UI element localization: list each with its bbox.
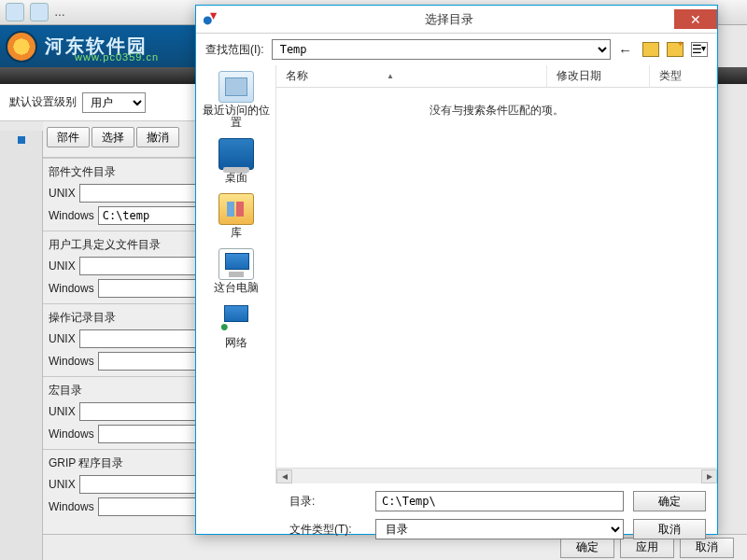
section-macro-dir: 宏目录 UNIX Windows (43, 376, 196, 449)
close-button[interactable]: ✕ (674, 9, 717, 29)
select-directory-dialog: 选择目录 ✕ 查找范围(I): Temp ← ☰ 最近访问的位置 桌面 库 这台… (195, 5, 718, 535)
tab-undo[interactable]: 撤消 (136, 127, 179, 147)
scroll-right-icon[interactable]: ▸ (701, 469, 717, 483)
section-op-record-dir: 操作记录目录 UNIX Windows (43, 303, 196, 376)
section-title: 用户工具定义文件目录 (49, 237, 190, 253)
unix-label: UNIX (49, 405, 76, 418)
windows-label: Windows (49, 500, 94, 513)
place-label: 桌面 (200, 172, 273, 184)
dialog-title: 选择目录 (224, 11, 674, 28)
svg-point-0 (204, 16, 212, 24)
column-name[interactable]: 名称 (276, 65, 547, 87)
ok-button[interactable]: 确定 (633, 491, 706, 511)
settings-panel: 部件 选择 撤消 部件文件目录 UNIX Windows 用户工具定义文件目录 … (43, 121, 196, 560)
desktop-icon (218, 138, 254, 170)
section-title: 操作记录目录 (49, 310, 190, 326)
directory-label: 目录: (289, 494, 366, 510)
place-label: 最近访问的位置 (200, 105, 273, 129)
toolbar-icon (6, 3, 24, 21)
unix-label: UNIX (49, 478, 76, 491)
cancel-button[interactable]: 取消 (633, 519, 706, 539)
windows-label: Windows (49, 427, 94, 441)
place-network[interactable]: 网络 (200, 301, 273, 351)
column-type[interactable]: 类型 (650, 65, 717, 87)
toolbar-icon (30, 3, 49, 21)
column-headers: 名称 修改日期 类型 (276, 65, 717, 88)
file-type-select[interactable]: 目录 (375, 519, 624, 539)
site-url: www.pc0359.cn (75, 51, 159, 63)
column-modified[interactable]: 修改日期 (547, 65, 650, 87)
section-title: 宏目录 (49, 383, 190, 399)
file-list-pane[interactable]: 名称 修改日期 类型 没有与搜索条件匹配的项。 ◂ ▸ (275, 65, 717, 483)
windows-label: Windows (49, 209, 94, 222)
place-recent[interactable]: 最近访问的位置 (200, 69, 273, 131)
dialog-titlebar[interactable]: 选择目录 ✕ (196, 6, 717, 34)
up-one-level-icon[interactable] (642, 42, 659, 57)
scroll-left-icon[interactable]: ◂ (276, 469, 292, 483)
network-icon (218, 303, 254, 335)
this-pc-icon (218, 248, 254, 280)
site-watermark: 河东软件园 www.pc0359.cn (0, 25, 196, 67)
section-title: GRIP 程序目录 (49, 455, 190, 471)
view-menu-icon[interactable]: ☰ (691, 42, 708, 57)
libraries-icon (218, 193, 254, 225)
site-logo-icon (6, 31, 37, 63)
place-this-pc[interactable]: 这台电脑 (200, 246, 273, 296)
place-label: 库 (200, 227, 273, 239)
empty-message: 没有与搜索条件匹配的项。 (276, 103, 717, 119)
directory-input[interactable] (375, 491, 624, 511)
section-title: 部件文件目录 (49, 164, 190, 180)
unix-label: UNIX (49, 187, 76, 200)
place-label: 网络 (200, 337, 273, 349)
section-part-file-dir: 部件文件目录 UNIX Windows (43, 158, 196, 231)
toolbar-text: … (54, 6, 65, 19)
level-label: 默认设置级别 (9, 94, 77, 110)
place-label: 这台电脑 (200, 282, 273, 294)
unix-label: UNIX (49, 259, 76, 273)
nav-dot-icon[interactable] (18, 136, 25, 144)
vertical-nav (0, 131, 43, 560)
look-in-label: 查找范围(I): (205, 42, 264, 58)
place-desktop[interactable]: 桌面 (200, 136, 273, 186)
places-bar: 最近访问的位置 桌面 库 这台电脑 网络 (196, 65, 275, 483)
new-folder-icon[interactable] (667, 42, 684, 57)
dialog-footer: 目录: 确定 文件类型(T): 目录 取消 (196, 483, 717, 551)
file-type-label: 文件类型(T): (289, 522, 366, 538)
windows-label: Windows (49, 355, 94, 368)
tab-parts[interactable]: 部件 (47, 127, 90, 147)
place-libraries[interactable]: 库 (200, 191, 273, 241)
unix-label: UNIX (49, 332, 76, 345)
section-user-tool-dir: 用户工具定义文件目录 UNIX Windows (43, 231, 196, 303)
back-icon[interactable]: ← (618, 42, 635, 57)
tab-select[interactable]: 选择 (92, 127, 134, 147)
recent-icon (218, 71, 254, 103)
level-selector-row: 默认设置级别 用户 (0, 84, 196, 121)
section-grip-dir: GRIP 程序目录 UNIX Windows (43, 449, 196, 522)
look-in-select[interactable]: Temp (272, 39, 611, 60)
app-icon (202, 11, 218, 28)
scroll-track[interactable] (292, 469, 701, 483)
level-select[interactable]: 用户 (82, 92, 146, 113)
look-in-row: 查找范围(I): Temp ← ☰ (196, 34, 717, 65)
horizontal-scrollbar[interactable]: ◂ ▸ (276, 468, 717, 483)
windows-label: Windows (49, 282, 94, 295)
